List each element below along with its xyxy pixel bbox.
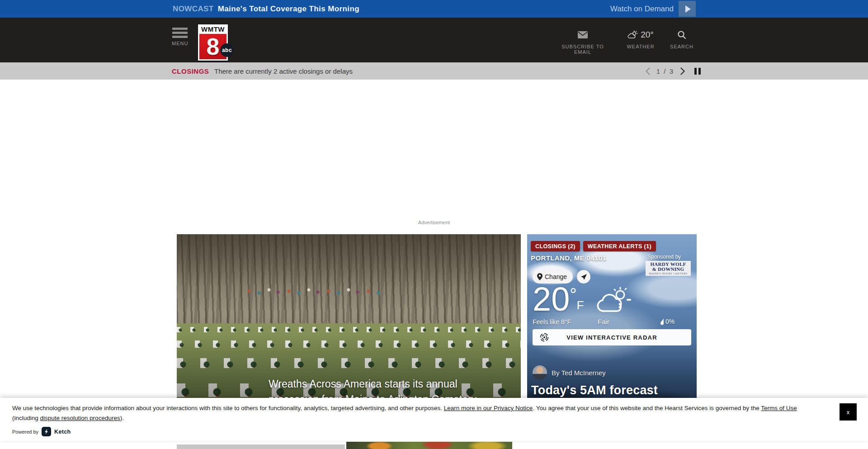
weather-nav-button[interactable]: 20° WEATHER — [623, 28, 659, 49]
pager-pause-button[interactable] — [694, 68, 701, 75]
weather-label: WEATHER — [623, 44, 659, 49]
byline[interactable]: By Ted McInerney — [552, 369, 606, 377]
hamburger-icon — [172, 28, 188, 38]
cookie-text-part4: ). — [120, 415, 124, 421]
cookie-consent-banner: We use technologies that provide informa… — [0, 398, 868, 441]
dispute-procedures-link[interactable]: dispute resolution procedures — [40, 415, 120, 421]
page: NOWCAST Maine's Total Coverage This Morn… — [0, 0, 868, 449]
ketch-label: Ketch — [54, 429, 71, 435]
abc-network-badge: abc — [220, 43, 234, 57]
closings-label: CLOSINGS — [172, 62, 209, 80]
terms-of-use-link[interactable]: Terms of Use — [761, 405, 797, 411]
search-button[interactable]: SEARCH — [664, 28, 700, 49]
weather-alerts-badge[interactable]: WEATHER ALERTS (1) — [583, 241, 656, 251]
header-temperature: 20° — [641, 30, 654, 40]
view-radar-button[interactable]: VIEW INTERACTIVE RADAR — [533, 329, 691, 345]
temperature-unit: F — [577, 298, 584, 317]
search-label: SEARCH — [664, 44, 700, 49]
widget-location: PORTLAND, ME 04101 — [531, 254, 606, 262]
nowcast-kicker: NOWCAST — [173, 5, 214, 14]
subscribe-button[interactable]: SUBSCRIBE TO EMAIL — [553, 28, 612, 55]
station-logo[interactable]: WMTW 8 abc — [198, 24, 228, 61]
pager-count: 1 / 3 — [656, 67, 674, 75]
ketch-logo-icon — [42, 427, 51, 436]
chevron-left-icon — [645, 67, 650, 75]
powered-by[interactable]: Powered by Ketch — [12, 427, 71, 436]
closings-badge[interactable]: CLOSINGS (2) — [531, 241, 580, 251]
current-temperature: 20 — [533, 281, 570, 317]
next-story-sliver-right[interactable] — [346, 442, 512, 449]
subscribe-label: SUBSCRIBE TO EMAIL — [553, 44, 612, 55]
cookie-text-part1: We use technologies that provide informa… — [12, 405, 444, 411]
email-icon — [578, 31, 588, 38]
search-icon — [677, 30, 686, 39]
menu-label: MENU — [172, 41, 188, 46]
chevron-right-icon — [680, 67, 685, 75]
cookie-text-part2: . You agree that your use of this websit… — [533, 405, 761, 411]
play-button[interactable] — [679, 1, 696, 17]
sponsored-by-label: Sponsored by — [647, 254, 681, 260]
next-story-sliver-left[interactable] — [177, 444, 345, 449]
feels-like: Feels like 8°F — [533, 318, 571, 326]
cookie-text: We use technologies that provide informa… — [12, 403, 821, 423]
play-icon — [685, 5, 691, 13]
alert-badges: CLOSINGS (2) WEATHER ALERTS (1) — [531, 241, 656, 251]
powered-by-label: Powered by — [12, 429, 38, 435]
site-header: MENU WMTW 8 abc SUBSCRIBE TO EMAIL — [0, 18, 868, 62]
navigation-arrow-icon — [580, 274, 587, 280]
location-pin-icon — [537, 273, 542, 280]
menu-button[interactable]: MENU — [172, 28, 188, 46]
closings-alert-bar: CLOSINGS There are currently 2 active cl… — [0, 62, 868, 80]
nowcast-text[interactable]: NOWCAST Maine's Total Coverage This Morn… — [173, 0, 359, 18]
change-label: Change — [545, 273, 567, 280]
logo-station-text: WMTW — [198, 24, 228, 33]
precipitation-value: 0% — [665, 318, 675, 325]
condition-label: Fair — [598, 318, 609, 326]
raindrop-icon — [660, 318, 664, 325]
sponsor-tagline: MAINE'S INJURY LAWYERS — [646, 272, 691, 275]
cookie-close-button[interactable]: x — [840, 403, 857, 421]
story-image — [177, 234, 521, 331]
sun-cloud-icon — [596, 287, 633, 315]
pager-prev-button[interactable] — [645, 67, 650, 75]
watch-on-demand-link[interactable]: Watch on Demand — [610, 0, 674, 18]
degree-symbol: ° — [570, 285, 576, 317]
logo-channel-number: 8 — [207, 33, 220, 60]
current-conditions: 20 ° F — [533, 281, 584, 317]
closings-pager: 1 / 3 — [645, 62, 701, 80]
nowcast-banner: NOWCAST Maine's Total Coverage This Morn… — [0, 0, 868, 18]
precipitation: 0% — [660, 318, 675, 325]
radar-icon — [540, 333, 549, 342]
sponsor-name-line2: & DOWNING — [646, 267, 691, 272]
cookie-text-part3: (including — [12, 415, 40, 421]
closings-message[interactable]: There are currently 2 active closings or… — [214, 62, 353, 80]
pause-icon — [694, 68, 697, 75]
pager-next-button[interactable] — [680, 67, 685, 75]
nowcast-title: Maine's Total Coverage This Morning — [218, 5, 359, 14]
view-radar-label: VIEW INTERACTIVE RADAR — [566, 334, 657, 341]
privacy-notice-link[interactable]: Learn more in our Privacy Notice — [444, 405, 533, 411]
author-avatar[interactable] — [533, 365, 547, 380]
sponsor-logo[interactable]: HARDY WOLF & DOWNING MAINE'S INJURY LAWY… — [646, 261, 691, 276]
weather-icon — [627, 30, 638, 39]
advertisement-label: Advertisement — [0, 220, 868, 225]
